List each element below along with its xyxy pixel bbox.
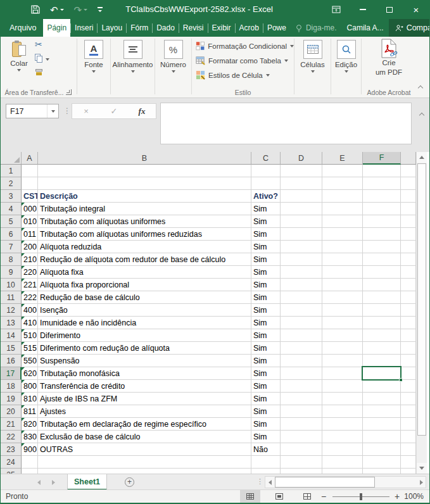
cell-F16[interactable] [363, 355, 401, 367]
cell-B14[interactable]: Diferimento [38, 329, 251, 342]
cell-D17[interactable] [281, 367, 322, 380]
scroll-right-button[interactable] [417, 477, 426, 488]
row-header-24[interactable]: 24 [1, 456, 22, 469]
cell-E24[interactable] [322, 456, 363, 469]
cell-F23[interactable] [363, 443, 401, 456]
cancel-button[interactable]: × [72, 104, 100, 118]
cell-B11[interactable]: Redução de base de cálculo [38, 291, 251, 304]
cell-C14[interactable]: Sim [251, 329, 281, 342]
cell-B3[interactable]: Descrição [38, 190, 251, 203]
cell-F3[interactable] [363, 190, 401, 203]
cell-F10[interactable] [363, 279, 401, 291]
cell-F8[interactable] [363, 253, 401, 266]
cell-D15[interactable] [281, 342, 322, 355]
cell-styles-button[interactable]: Estilos de Célula [196, 70, 294, 80]
cell-G7[interactable] [401, 241, 416, 253]
cell-E13[interactable] [322, 317, 363, 329]
cell-A21[interactable]: 820 [22, 418, 38, 431]
ribbon-tab-6[interactable]: Exibir [208, 19, 235, 37]
cell-G9[interactable] [401, 266, 416, 279]
cell-B25[interactable] [38, 469, 251, 474]
conditional-formatting-button[interactable]: Formatação Condicional [196, 41, 294, 51]
cell-C5[interactable]: Sim [251, 215, 281, 228]
cell-G3[interactable] [401, 190, 416, 203]
cell-F4[interactable] [363, 203, 401, 215]
cell-B18[interactable]: Transferência de crédito [38, 380, 251, 393]
ribbon-tab-4[interactable]: Dado [153, 19, 179, 37]
cell-A16[interactable]: 550 [22, 355, 38, 367]
ribbon-tab-3[interactable]: Fórm [127, 19, 152, 37]
cell-A25[interactable] [22, 469, 38, 474]
cell-C13[interactable]: Sim [251, 317, 281, 329]
close-button[interactable]: × [403, 0, 429, 19]
cell-G25[interactable] [401, 469, 416, 474]
cell-B23[interactable]: OUTRAS [38, 443, 251, 456]
cell-B7[interactable]: Alíquota reduzida [38, 241, 251, 253]
cell-A18[interactable]: 800 [22, 380, 38, 393]
column-header-C[interactable]: C [251, 152, 281, 165]
undo-dropdown-icon[interactable] [60, 9, 64, 11]
number-dropdown-icon[interactable] [172, 70, 175, 73]
row-header-16[interactable]: 16 [1, 355, 22, 367]
save-icon[interactable] [31, 5, 40, 14]
row-header-2[interactable]: 2 [1, 177, 22, 190]
cell-F24[interactable] [363, 456, 401, 469]
row-header-23[interactable]: 23 [1, 443, 22, 456]
share-button[interactable]: Compartilhar [389, 19, 429, 37]
cell-F2[interactable] [363, 177, 401, 190]
cell-E11[interactable] [322, 291, 363, 304]
cell-F1[interactable] [363, 165, 401, 177]
cell-A5[interactable]: 010 [22, 215, 38, 228]
cells-dropdown-icon[interactable] [311, 70, 315, 73]
row-header-12[interactable]: 12 [1, 304, 22, 317]
cell-B16[interactable]: Suspensão [38, 355, 251, 367]
cell-F25[interactable] [363, 469, 401, 474]
ribbon-tab-7[interactable]: Acrob [236, 19, 263, 37]
font-dropdown-icon[interactable] [92, 70, 96, 73]
page-layout-view-button[interactable] [269, 490, 289, 503]
cell-F11[interactable] [363, 291, 401, 304]
page-break-view-button[interactable] [297, 490, 317, 503]
cell-G14[interactable] [401, 329, 416, 342]
tab-splitter-icon[interactable]: ⋮ [256, 477, 263, 486]
cell-E1[interactable] [322, 165, 363, 177]
cell-B19[interactable]: Ajuste de IBS na ZFM [38, 393, 251, 405]
row-header-3[interactable]: 3 [1, 190, 22, 203]
row-header-25[interactable]: 25 [1, 469, 22, 474]
cell-E10[interactable] [322, 279, 363, 291]
minimize-button[interactable] [350, 0, 376, 19]
cell-E6[interactable] [322, 228, 363, 241]
row-header-9[interactable]: 9 [1, 266, 22, 279]
row-header-22[interactable]: 22 [1, 431, 22, 443]
format-as-table-button[interactable]: Formatar como Tabela [196, 55, 294, 66]
cell-E5[interactable] [322, 215, 363, 228]
column-header-B[interactable]: B [38, 152, 251, 165]
cell-A15[interactable]: 515 [22, 342, 38, 355]
previous-sheet-icon[interactable] [37, 480, 41, 485]
cell-A1[interactable] [22, 165, 38, 177]
cell-D19[interactable] [281, 393, 322, 405]
cell-B21[interactable]: Tributação em declaração de regime espec… [38, 418, 251, 431]
cell-E2[interactable] [322, 177, 363, 190]
sheet-tab-sheet1[interactable]: Sheet1 [67, 474, 107, 490]
cell-C16[interactable]: Sim [251, 355, 281, 367]
horizontal-scrollbar[interactable] [265, 476, 426, 488]
cell-C7[interactable]: Sim [251, 241, 281, 253]
cell-C9[interactable]: Sim [251, 266, 281, 279]
column-header-E[interactable]: E [322, 152, 363, 165]
row-header-15[interactable]: 15 [1, 342, 22, 355]
maximize-button[interactable] [376, 0, 403, 19]
cell-D8[interactable] [281, 253, 322, 266]
row-header-4[interactable]: 4 [1, 203, 22, 215]
cell-B8[interactable]: Redução de alíquota com redutor de base … [38, 253, 251, 266]
cell-B5[interactable]: Tributação com alíquotas uniformes [38, 215, 251, 228]
tell-me-box[interactable]: Diga-me. [290, 19, 342, 37]
row-header-7[interactable]: 7 [1, 241, 22, 253]
cell-F21[interactable] [363, 418, 401, 431]
cell-E21[interactable] [322, 418, 363, 431]
enter-button[interactable]: ✓ [100, 104, 128, 118]
formula-bar-grip-icon[interactable]: ⋮ [63, 106, 71, 115]
cell-C4[interactable]: Sim [251, 203, 281, 215]
number-menu-button[interactable]: % Número [155, 37, 191, 73]
cell-G24[interactable] [401, 456, 416, 469]
